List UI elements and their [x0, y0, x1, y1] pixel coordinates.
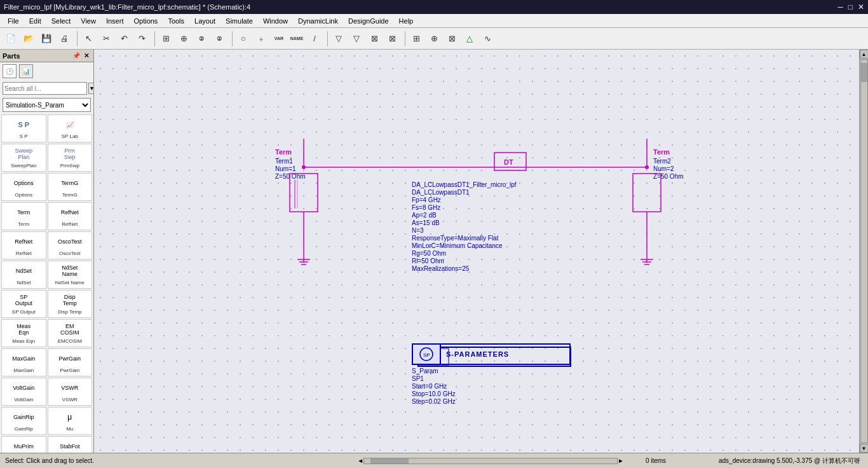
scroll-thumb-vertical[interactable] — [861, 63, 867, 82]
sp-icon: S P — [13, 116, 34, 133]
save-button[interactable]: 💾 — [38, 31, 55, 47]
gnd-button[interactable]: ⏚ — [253, 31, 269, 47]
pointer-button[interactable]: ↖ — [80, 31, 97, 47]
t5-button[interactable]: ∿ — [479, 31, 496, 47]
part-term[interactable]: Term Term — [1, 202, 46, 230]
menu-file[interactable]: File — [3, 16, 24, 26]
vertical-scrollbar[interactable]: ▲ ▼ — [859, 50, 868, 453]
menu-options[interactable]: Options — [128, 16, 163, 26]
menu-select[interactable]: Select — [46, 16, 76, 26]
shape-button[interactable]: ○ — [235, 31, 252, 47]
part-gainrip[interactable]: GainRip GainRip — [1, 407, 46, 435]
scroll-right-button[interactable]: ► — [618, 457, 624, 464]
menu-window[interactable]: Window — [258, 16, 293, 26]
search-input[interactable] — [3, 82, 87, 95]
scroll-up-button[interactable]: ▲ — [860, 50, 869, 59]
parts-close-button[interactable]: ✕ — [82, 52, 91, 60]
schematic-canvas[interactable]: DT S⚙ Term — [94, 50, 868, 453]
menu-dynamiclink[interactable]: DynamicLink — [293, 16, 343, 26]
part-voltgain[interactable]: VoltGain VoltGain — [1, 378, 46, 406]
menu-tools[interactable]: Tools — [163, 16, 189, 26]
filter-button[interactable]: ▼ — [88, 83, 94, 94]
part-sp[interactable]: S P S P — [1, 114, 46, 142]
part-ndset[interactable]: NdSet NdSet — [1, 261, 46, 289]
component-button[interactable]: ⊞ — [158, 31, 174, 47]
scroll-track-horizontal[interactable] — [363, 458, 618, 464]
close-button[interactable]: ✕ — [858, 3, 864, 11]
name-button[interactable]: NAME — [288, 31, 305, 47]
pwrgain-icon: PwrGain — [60, 350, 80, 367]
print-button[interactable]: 🖨 — [56, 31, 72, 47]
wire-button[interactable]: ⊕ — [175, 31, 192, 47]
horizontal-scrollbar[interactable]: ◄ ► — [357, 457, 624, 464]
part-measen[interactable]: MeasEqn Meas Eqn — [1, 319, 46, 347]
var-button[interactable]: VAR — [271, 31, 287, 47]
menu-view[interactable]: View — [76, 16, 101, 26]
maximize-button[interactable]: □ — [848, 3, 853, 11]
t4-button[interactable]: △ — [461, 31, 478, 47]
t2-button[interactable]: ⊕ — [426, 31, 442, 47]
part-oscotest[interactable]: OscoTest OscoTest — [48, 231, 93, 259]
open-button[interactable]: 📂 — [20, 31, 37, 47]
menu-insert[interactable]: Insert — [101, 16, 129, 26]
refnet-icon: RefNet — [60, 204, 80, 221]
part-vswr[interactable]: VSWR VSWR — [48, 378, 93, 406]
part-splab[interactable]: 📈 SP Lab — [48, 114, 93, 142]
scroll-track-vertical[interactable] — [860, 59, 868, 443]
part-maxgain[interactable]: MaxGain MaxGain — [1, 348, 46, 376]
part-sweepplan[interactable]: SweepPlan SweepPlan — [1, 144, 46, 172]
sep-5 — [403, 31, 405, 46]
new-button[interactable]: 📄 — [3, 31, 19, 47]
redo-button[interactable]: ↷ — [133, 31, 150, 47]
parts-tabs: 🕐 📊 — [0, 62, 93, 80]
menu-help[interactable]: Help — [394, 16, 419, 26]
menu-simulate[interactable]: Simulate — [220, 16, 258, 26]
part-options[interactable]: Options Options — [1, 173, 46, 201]
cut-button[interactable]: ✂ — [98, 31, 114, 47]
voltgain-icon: VoltGain — [13, 380, 34, 396]
parts-pin-button[interactable]: 📌 — [72, 52, 81, 60]
scroll-thumb-horizontal[interactable] — [370, 458, 409, 464]
category-dropdown[interactable]: Simulation-S_Param — [3, 98, 91, 112]
maxgain-label: MaxGain — [13, 368, 34, 373]
sparams-box[interactable]: SP S-PARAMETERS — [412, 343, 571, 365]
part-disptemp[interactable]: DispTemp Disp Temp — [48, 290, 93, 318]
scroll-down-button[interactable]: ▼ — [860, 444, 869, 453]
part-prmswp[interactable]: PrmSwp PrmSwp — [48, 144, 93, 172]
toolbar: 📄 📂 💾 🖨 ↖ ✂ ↶ ↷ ⊞ ⊕ ② ② ○ ⏚ VAR NAME / ▽… — [0, 28, 868, 50]
x2-button[interactable]: ⊠ — [384, 31, 400, 47]
part-refnet[interactable]: RefNet RefNet — [48, 202, 93, 230]
scroll-left-button[interactable]: ◄ — [357, 457, 363, 464]
t3-button[interactable]: ⊠ — [444, 31, 460, 47]
part-stabfot[interactable]: StabFot StabFot — [48, 436, 93, 453]
svg-point-22 — [645, 165, 649, 169]
menu-layout[interactable]: Layout — [189, 16, 220, 26]
part-termg[interactable]: TermG TermG — [48, 173, 93, 201]
part-refnet2[interactable]: RefNet RefNet — [1, 231, 46, 259]
mu-icon: μ — [60, 409, 80, 425]
part-emcosim[interactable]: EMCOSIM EMCOSIM — [48, 319, 93, 347]
part-mu[interactable]: μ Mu — [48, 407, 93, 435]
t1-button[interactable]: ⊞ — [408, 31, 424, 47]
part-ndsetname[interactable]: NdSetName NdSet Name — [48, 261, 93, 289]
label1-button[interactable]: ② — [193, 31, 210, 47]
menu-designguide[interactable]: DesignGuide — [343, 16, 394, 26]
tab-chart[interactable]: 📊 — [19, 64, 33, 78]
wire2-button[interactable]: / — [306, 31, 323, 47]
tab-clock[interactable]: 🕐 — [3, 64, 17, 78]
x1-button[interactable]: ⊠ — [366, 31, 383, 47]
sweepplan-label: SweepPlan — [11, 163, 36, 169]
part-spoutput[interactable]: SPOutput SP Output — [1, 290, 46, 318]
menu-edit[interactable]: Edit — [24, 16, 46, 26]
svg-rect-9 — [290, 174, 318, 212]
sim1-button[interactable]: ▽ — [330, 31, 347, 47]
parts-header: Parts 📌 ✕ — [0, 50, 93, 62]
part-muprim[interactable]: MuPrim MuPrim — [1, 436, 46, 453]
termg-label: TermG — [62, 192, 78, 198]
part-pwrgain[interactable]: PwrGain PwrGain — [48, 348, 93, 376]
undo-button[interactable]: ↶ — [116, 31, 132, 47]
sep-4 — [325, 31, 328, 46]
minimize-button[interactable]: ─ — [837, 3, 843, 11]
label2-button[interactable]: ② — [211, 31, 227, 47]
sim2-button[interactable]: ▽ — [348, 31, 365, 47]
